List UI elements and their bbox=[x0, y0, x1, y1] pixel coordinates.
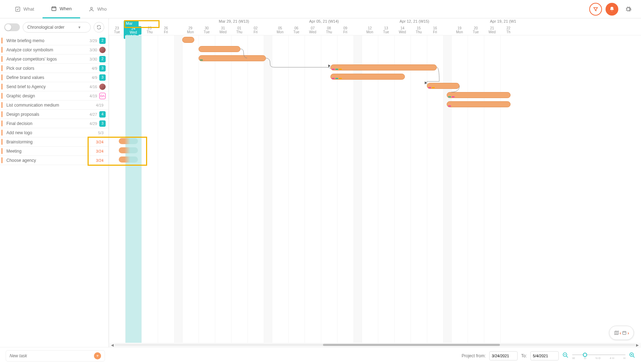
task-row[interactable]: Define brand values4/93 bbox=[0, 73, 108, 82]
chevron-down-icon: ▾ bbox=[78, 25, 80, 30]
day-header: 24Wed bbox=[125, 26, 141, 35]
task-date: 4/19 bbox=[90, 94, 97, 98]
svg-rect-1 bbox=[52, 7, 56, 11]
settings-button[interactable] bbox=[622, 3, 635, 16]
task-row[interactable]: List communication medium4/19 bbox=[0, 101, 108, 110]
task-row[interactable]: Analyze color symbolism3/30 bbox=[0, 45, 108, 55]
day-header: 01Thu bbox=[231, 26, 247, 34]
grid-column bbox=[468, 35, 484, 347]
grid-column bbox=[305, 35, 321, 347]
svg-point-2 bbox=[91, 7, 93, 9]
task-row[interactable]: Analyse competitors' logos3/302 bbox=[0, 55, 108, 64]
nav-next[interactable]: › bbox=[628, 330, 629, 336]
task-row[interactable]: Design proposals4/274 bbox=[0, 110, 108, 119]
timeline-body[interactable] bbox=[109, 35, 641, 347]
gantt-bar[interactable] bbox=[330, 74, 405, 80]
task-badge: 4 bbox=[99, 111, 106, 118]
day-header: 31Wed bbox=[215, 26, 231, 34]
scroll-thumb[interactable] bbox=[323, 344, 500, 346]
sort-dropdown[interactable]: Chronological order ▾ bbox=[23, 22, 91, 33]
task-name: Send brief to Agency bbox=[6, 84, 90, 89]
gantt-bar[interactable] bbox=[119, 138, 138, 144]
tab-what[interactable]: What bbox=[6, 0, 43, 18]
horizontal-scrollbar[interactable]: ◀ ▶ bbox=[109, 343, 641, 347]
task-name: Define brand values bbox=[6, 75, 92, 80]
gantt-bar[interactable] bbox=[182, 37, 194, 43]
zoom-slider[interactable]: WD½ D4 HH bbox=[572, 352, 625, 360]
scroll-left[interactable]: ◀ bbox=[110, 343, 115, 347]
gantt-bar[interactable] bbox=[447, 101, 511, 107]
new-task-input[interactable] bbox=[10, 353, 94, 358]
task-row[interactable]: Send brief to Agency4/16 bbox=[0, 82, 108, 91]
tab-when-label: When bbox=[60, 6, 72, 11]
scroll-right[interactable]: ▶ bbox=[635, 343, 640, 347]
gantt-bar[interactable] bbox=[330, 64, 437, 70]
grid-column bbox=[451, 35, 468, 347]
task-name: Add new logo bbox=[6, 130, 98, 135]
task-row[interactable]: Pick our colors4/93 bbox=[0, 64, 108, 73]
zoom-out-button[interactable] bbox=[562, 352, 569, 359]
gantt-bar[interactable] bbox=[199, 46, 240, 52]
project-from-input[interactable] bbox=[489, 351, 518, 360]
task-date: 4/9 bbox=[92, 66, 97, 70]
grid-column bbox=[378, 35, 394, 347]
weekend-column bbox=[443, 35, 451, 347]
map-icon bbox=[614, 330, 619, 335]
task-row[interactable]: Final decision4/293 bbox=[0, 119, 108, 128]
add-task-button[interactable]: + bbox=[94, 352, 101, 359]
task-name: Brainstorming bbox=[6, 140, 96, 144]
avatar-icon bbox=[99, 47, 106, 53]
task-name: List communication medium bbox=[6, 103, 96, 108]
day-header: 08Thu bbox=[321, 26, 337, 34]
zoom-out-icon bbox=[562, 352, 569, 358]
task-row[interactable]: Meeting3/24 bbox=[0, 147, 108, 156]
notifications-button[interactable] bbox=[606, 3, 618, 16]
person-icon bbox=[89, 6, 94, 12]
refresh-button[interactable] bbox=[94, 22, 104, 33]
task-row[interactable]: Choose agency3/24 bbox=[0, 156, 108, 165]
day-header: 19Mon bbox=[451, 26, 468, 34]
gantt-timeline[interactable]: Mar 22, 21 (W12)Mar 29, 21 (W13)Apr 05, … bbox=[109, 18, 641, 347]
day-header: 20Tue bbox=[468, 26, 484, 34]
task-badge: 3 bbox=[99, 65, 106, 72]
svg-rect-3 bbox=[623, 331, 626, 335]
grid-column bbox=[215, 35, 231, 347]
day-header: 05Mon bbox=[272, 26, 288, 34]
day-header: 22Th bbox=[500, 26, 517, 34]
project-to-input[interactable] bbox=[530, 351, 559, 360]
week-label: Apr 19, 21 (W1 bbox=[490, 19, 516, 23]
zoom-tick: W bbox=[572, 357, 575, 360]
tab-when[interactable]: When bbox=[43, 0, 80, 18]
zoom-in-button[interactable] bbox=[629, 352, 635, 359]
day-header: 29Mon bbox=[182, 26, 199, 34]
gantt-bar[interactable] bbox=[427, 83, 459, 89]
tab-what-label: What bbox=[23, 6, 34, 12]
task-name: Design proposals bbox=[6, 112, 90, 117]
gantt-bar[interactable] bbox=[447, 92, 511, 98]
day-header: 09Fri bbox=[337, 26, 353, 34]
task-row[interactable]: Add new logo5/3 bbox=[0, 128, 108, 137]
task-name: Write briefing memo bbox=[6, 38, 90, 43]
task-date: 3/24 bbox=[96, 158, 104, 163]
gantt-bar[interactable] bbox=[119, 157, 138, 163]
task-name: Graphic design bbox=[6, 93, 90, 98]
grid-column bbox=[231, 35, 247, 347]
task-row[interactable]: Graphic design4/19DA bbox=[0, 91, 108, 101]
task-sidebar: Chronological order ▾ Write briefing mem… bbox=[0, 18, 109, 347]
day-header: 30Tue bbox=[199, 26, 215, 34]
view-toggle[interactable] bbox=[4, 23, 20, 31]
task-name: Final decision bbox=[6, 121, 90, 126]
filter-button[interactable] bbox=[589, 3, 602, 16]
task-row[interactable]: Write briefing memo3/292 bbox=[0, 36, 108, 45]
grid-column bbox=[141, 35, 158, 347]
gantt-bar[interactable] bbox=[119, 147, 138, 153]
tab-who[interactable]: Who bbox=[80, 0, 115, 18]
task-badge: 3 bbox=[99, 120, 106, 127]
task-badge: 2 bbox=[99, 56, 106, 62]
nav-prev[interactable]: ‹ bbox=[620, 330, 621, 336]
task-row[interactable]: Brainstorming3/24 bbox=[0, 137, 108, 147]
gantt-bar[interactable] bbox=[199, 55, 266, 61]
grid-column bbox=[247, 35, 264, 347]
grid-column bbox=[199, 35, 215, 347]
sort-label: Chronological order bbox=[27, 25, 65, 30]
